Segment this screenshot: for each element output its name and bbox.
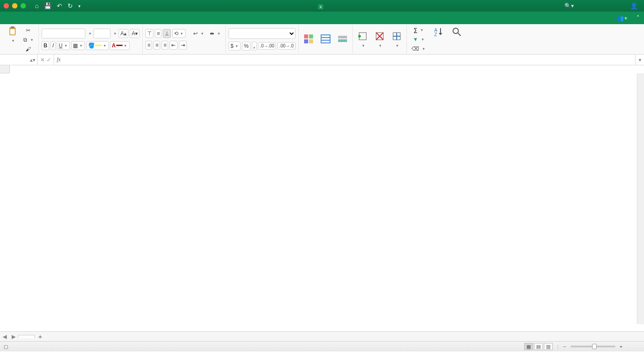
insert-icon bbox=[357, 31, 368, 42]
find-select-button[interactable] bbox=[449, 25, 464, 39]
delete-cells-button[interactable]: ▾ bbox=[373, 30, 387, 49]
group-cells: ▾ ▾ ▾ bbox=[353, 25, 407, 53]
formula-bar-buttons: ✕ ✓ bbox=[38, 55, 54, 65]
sort-filter-button[interactable]: AZ bbox=[432, 25, 446, 39]
align-top-button[interactable]: ⊤ bbox=[145, 29, 153, 38]
search-sheet[interactable]: 🔍▾ bbox=[564, 3, 625, 9]
format-cells-button[interactable]: ▾ bbox=[390, 30, 404, 49]
insert-cells-button[interactable]: ▾ bbox=[356, 30, 370, 49]
name-box[interactable]: ▴▾ bbox=[0, 55, 38, 65]
close-window[interactable] bbox=[4, 3, 9, 8]
format-cells-icon bbox=[391, 31, 402, 42]
orientation-button[interactable]: ⟲▾ bbox=[172, 29, 186, 38]
copy-button[interactable]: ⧉ ▾ bbox=[21, 35, 36, 44]
font-size-select[interactable] bbox=[93, 29, 110, 38]
group-styles bbox=[299, 25, 353, 53]
font-name-select[interactable] bbox=[42, 29, 85, 38]
paintbrush-icon: 🖌 bbox=[25, 46, 31, 52]
fill-color-button[interactable]: 🪣▾ bbox=[86, 41, 109, 50]
align-middle-button[interactable]: ≡ bbox=[155, 29, 161, 38]
minimize-window[interactable] bbox=[12, 3, 17, 8]
search-input[interactable] bbox=[576, 3, 625, 9]
macro-record-icon[interactable]: ▢ bbox=[4, 344, 8, 350]
delete-icon bbox=[374, 31, 385, 42]
home-icon[interactable]: ⌂ bbox=[35, 2, 38, 9]
number-format-select[interactable] bbox=[229, 28, 296, 39]
format-as-table-button[interactable] bbox=[318, 33, 333, 46]
account-icon[interactable]: 👤 bbox=[630, 2, 638, 9]
cut-button[interactable]: ✂︎ bbox=[21, 26, 36, 35]
zoom-out-button[interactable]: − bbox=[563, 344, 566, 349]
clear-button[interactable]: ⌫ ▾ bbox=[410, 44, 428, 53]
chevron-down-icon[interactable]: ▾ bbox=[112, 31, 117, 36]
svg-rect-11 bbox=[338, 39, 347, 42]
share-button[interactable]: 👥+ bbox=[612, 12, 632, 24]
border-button[interactable]: ▦▾ bbox=[71, 41, 85, 50]
save-icon[interactable]: 💾 bbox=[44, 2, 51, 9]
increase-indent-button[interactable]: ⇥ bbox=[179, 41, 187, 50]
svg-rect-10 bbox=[338, 36, 347, 38]
currency-button[interactable]: $▾ bbox=[229, 42, 241, 51]
page-layout-view-button[interactable]: ▤ bbox=[534, 343, 543, 350]
formula-bar: ▴▾ ✕ ✓ fx ▾ bbox=[0, 55, 644, 65]
comma-button[interactable]: , bbox=[252, 42, 257, 51]
redo-icon[interactable]: ↻ bbox=[68, 2, 73, 9]
increase-font-button[interactable]: A▴ bbox=[119, 29, 128, 38]
conditional-formatting-button[interactable] bbox=[301, 33, 316, 46]
qat-customize-icon[interactable]: ▾ bbox=[78, 4, 80, 8]
zoom-window[interactable] bbox=[21, 3, 26, 8]
vertical-scrollbar[interactable] bbox=[637, 73, 644, 324]
group-clipboard: ▾ ✂︎ ⧉ ▾ 🖌 bbox=[3, 25, 39, 53]
align-right-button[interactable]: ≡ bbox=[161, 41, 168, 50]
table-icon bbox=[320, 34, 331, 44]
underline-button[interactable]: U▾ bbox=[57, 41, 70, 50]
window-controls bbox=[4, 3, 26, 8]
border-icon: ▦ bbox=[73, 42, 78, 49]
italic-button[interactable]: I bbox=[51, 41, 55, 50]
increase-decimal-button[interactable]: .0→.00 bbox=[258, 42, 276, 50]
decrease-decimal-button[interactable]: .00→.0 bbox=[277, 42, 295, 50]
normal-view-button[interactable]: ▦ bbox=[524, 343, 533, 350]
select-all-corner[interactable] bbox=[0, 65, 10, 73]
align-bottom-button[interactable]: ⊥ bbox=[163, 29, 171, 38]
decrease-font-button[interactable]: A▾ bbox=[130, 29, 140, 38]
fill-down-icon: ▼ bbox=[413, 36, 418, 42]
name-box-stepper[interactable]: ▴▾ bbox=[28, 57, 37, 63]
merge-center-button[interactable]: ⬌ ▾ bbox=[208, 29, 223, 38]
svg-rect-6 bbox=[309, 39, 313, 43]
decrease-indent-button[interactable]: ⇤ bbox=[169, 41, 178, 50]
align-center-button[interactable]: ≡ bbox=[153, 41, 160, 50]
confirm-formula-icon[interactable]: ✓ bbox=[47, 57, 51, 63]
autosum-button[interactable]: ∑ ▾ bbox=[410, 25, 428, 34]
sheet-tab-active[interactable] bbox=[18, 335, 35, 338]
sheet-nav-prev[interactable]: ◀ bbox=[0, 334, 9, 340]
zoom-in-button[interactable]: + bbox=[620, 344, 623, 349]
fx-icon[interactable]: fx bbox=[54, 56, 64, 63]
paste-button[interactable]: ▾ bbox=[5, 25, 20, 44]
wrap-text-button[interactable]: ↩ ▾ bbox=[191, 29, 206, 38]
cancel-formula-icon[interactable]: ✕ bbox=[40, 57, 45, 63]
fill-button[interactable]: ▼ ▾ bbox=[410, 35, 428, 44]
formula-input[interactable] bbox=[64, 55, 635, 65]
collapse-ribbon-icon[interactable]: ˄ bbox=[632, 12, 644, 24]
svg-text:Z: Z bbox=[434, 32, 437, 37]
svg-rect-7 bbox=[321, 35, 330, 43]
chevron-down-icon[interactable]: ▾ bbox=[87, 31, 92, 36]
group-number: $▾ % , .0→.00 .00→.0 bbox=[226, 25, 299, 53]
svg-rect-3 bbox=[304, 34, 308, 38]
cell-styles-button[interactable] bbox=[335, 33, 350, 46]
font-color-button[interactable]: A▾ bbox=[110, 41, 130, 50]
add-sheet-button[interactable]: + bbox=[35, 333, 46, 340]
sheet-nav-next[interactable]: ▶ bbox=[9, 334, 18, 340]
align-left-button[interactable]: ≡ bbox=[145, 41, 152, 50]
page-break-view-button[interactable]: ▥ bbox=[544, 343, 553, 350]
scissors-icon: ✂︎ bbox=[26, 27, 30, 34]
percent-button[interactable]: % bbox=[242, 42, 250, 51]
bold-button[interactable]: B bbox=[42, 41, 49, 50]
format-painter-button[interactable]: 🖌 bbox=[21, 45, 36, 54]
bucket-icon: 🪣 bbox=[88, 42, 95, 49]
svg-rect-1 bbox=[11, 26, 14, 28]
undo-icon[interactable]: ↶ bbox=[57, 2, 62, 9]
zoom-slider[interactable] bbox=[571, 346, 615, 347]
expand-formula-bar-icon[interactable]: ▾ bbox=[635, 55, 644, 65]
